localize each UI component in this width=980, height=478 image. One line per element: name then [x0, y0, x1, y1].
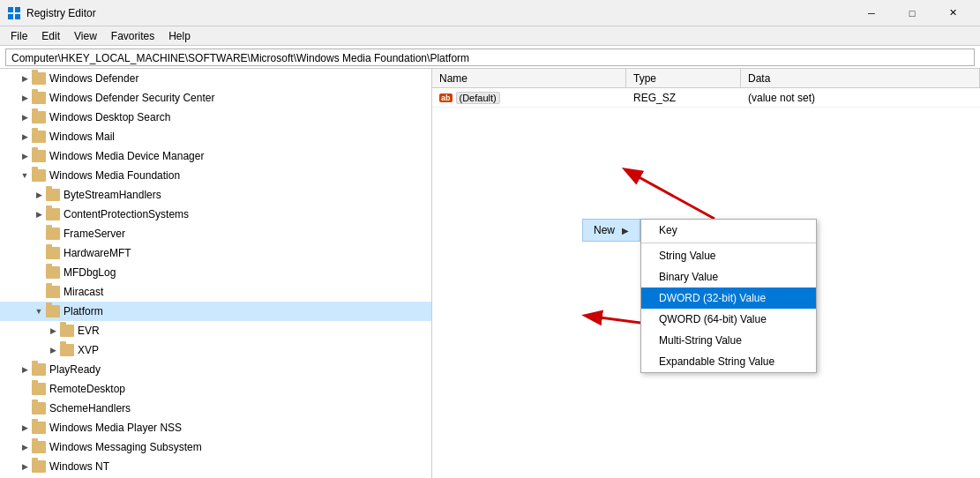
submenu-divider [641, 243, 816, 243]
svg-rect-3 [15, 14, 20, 19]
address-input[interactable]: Computer\HKEY_LOCAL_MACHINE\SOFTWARE\Mic… [5, 49, 975, 66]
maximize-button[interactable]: □ [892, 0, 932, 26]
menu-edit[interactable]: Edit [34, 28, 67, 44]
expand-arrow: ▶ [18, 362, 32, 377]
svg-rect-2 [8, 14, 13, 19]
menu-favorites[interactable]: Favorites [104, 28, 161, 44]
tree-label: RemoteDesktop [49, 383, 125, 395]
folder-icon [32, 131, 46, 143]
tree-item-playready[interactable]: ▶ PlayReady [0, 360, 431, 379]
tree-item-wmplayer-nss[interactable]: ▶ Windows Media Player NSS [0, 418, 431, 437]
tree-item-bytestream[interactable]: ▶ ByteStreamHandlers [0, 185, 431, 205]
new-submenu: Key String Value Binary Value DWORD (32-… [640, 219, 817, 373]
folder-icon [46, 189, 60, 201]
svg-rect-1 [15, 7, 20, 12]
column-headers: Name Type Data [432, 69, 980, 88]
folder-icon [60, 344, 74, 356]
registry-row-default[interactable]: ab (Default) REG_SZ (value not set) [432, 88, 980, 108]
tree-item-windows-media-device-manager[interactable]: ▶ Windows Media Device Manager [0, 146, 431, 166]
col-header-data: Data [741, 69, 980, 87]
reg-cell-name: ab (Default) [432, 92, 626, 104]
expand-arrow: ▶ [32, 188, 46, 202]
expand-arrow: ▼ [32, 304, 46, 318]
tree-label: EVR [78, 325, 100, 337]
tree-label: SchemeHandlers [49, 402, 131, 415]
tree-item-platform[interactable]: ▼ Platform [0, 302, 431, 321]
folder-icon [32, 92, 46, 104]
expand-arrow: ▶ [18, 71, 32, 86]
folder-icon [32, 460, 46, 473]
tree-item-evr[interactable]: ▶ EVR [0, 321, 431, 340]
close-button[interactable]: ✕ [932, 0, 973, 26]
expand-arrow: ▶ [18, 91, 32, 105]
folder-icon [46, 228, 60, 240]
tree-item-hardwaremft[interactable]: ▶ HardwareMFT [0, 243, 431, 263]
new-menu-button[interactable]: New ▶ [582, 219, 640, 242]
tree-item-windows-defender[interactable]: ▶ Windows Defender [0, 69, 431, 88]
tree-label: Windows Media Device Manager [49, 150, 204, 162]
submenu-item-multi-string[interactable]: Multi-String Value [641, 330, 816, 351]
tree-label: Windows Media Player NSS [49, 422, 182, 434]
folder-icon [32, 150, 46, 162]
tree-label: Windows Media Foundation [49, 169, 180, 182]
expand-arrow: ▶ [46, 343, 60, 357]
expand-arrow: ▶ [46, 324, 60, 338]
window-controls: ─ □ ✕ [851, 0, 973, 26]
tree-label: Platform [64, 305, 103, 317]
tree-label: Windows Desktop Search [49, 111, 170, 123]
tree-item-remotedesktop[interactable]: ▶ RemoteDesktop [0, 379, 431, 399]
folder-icon [46, 286, 60, 298]
expand-arrow: ▶ [18, 149, 32, 163]
expand-arrow: ▶ [18, 440, 32, 454]
folder-icon [46, 305, 60, 317]
tree-panel: ▶ Windows Defender ▶ Windows Defender Se… [0, 69, 432, 478]
tree-label: FrameServer [64, 228, 125, 240]
folder-icon [46, 266, 60, 279]
tree-item-content-protection[interactable]: ▶ ContentProtectionSystems [0, 205, 431, 224]
folder-icon [60, 325, 74, 337]
new-label: New [594, 224, 615, 236]
tree-item-windows-nt[interactable]: ▶ Windows NT [0, 457, 431, 476]
folder-icon [46, 247, 60, 259]
submenu-item-string-value[interactable]: String Value [641, 245, 816, 266]
app-icon [7, 6, 21, 20]
submenu-item-qword-value[interactable]: QWORD (64-bit) Value [641, 309, 816, 330]
tree-label: Windows Mail [49, 131, 115, 143]
menu-help[interactable]: Help [161, 28, 198, 44]
tree-label: HardwareMFT [64, 247, 131, 259]
expand-arrow: ▼ [18, 168, 32, 183]
tree-item-windows-defender-security[interactable]: ▶ Windows Defender Security Center [0, 88, 431, 108]
tree-item-windows-desktop-search[interactable]: ▶ Windows Desktop Search [0, 108, 431, 127]
reg-cell-data: (value not set) [741, 92, 980, 104]
expand-arrow: ▶ [32, 207, 46, 221]
ab-icon: ab [439, 93, 453, 102]
submenu-item-expandable-string[interactable]: Expandable String Value [641, 351, 816, 372]
menu-bar: File Edit View Favorites Help [0, 26, 980, 46]
menu-view[interactable]: View [67, 28, 104, 44]
tree-item-mfdbglog[interactable]: ▶ MFDbgLog [0, 263, 431, 282]
tree-item-schemehandlers[interactable]: ▶ SchemeHandlers [0, 399, 431, 418]
expand-arrow: ▶ [18, 421, 32, 435]
minimize-button[interactable]: ─ [851, 0, 892, 26]
expand-arrow: ▶ [18, 130, 32, 144]
folder-icon [32, 422, 46, 434]
menu-file[interactable]: File [4, 28, 34, 44]
folder-icon [32, 383, 46, 395]
tree-item-windows-mail[interactable]: ▶ Windows Mail [0, 127, 431, 146]
tree-item-xvp[interactable]: ▶ XVP [0, 340, 431, 360]
tree-label: Windows Defender [49, 72, 138, 85]
address-bar: Computer\HKEY_LOCAL_MACHINE\SOFTWARE\Mic… [0, 46, 980, 69]
tree-item-frameserver[interactable]: ▶ FrameServer [0, 224, 431, 243]
tree-item-windows-messaging[interactable]: ▶ Windows Messaging Subsystem [0, 437, 431, 457]
submenu-item-key[interactable]: Key [641, 220, 816, 241]
context-menu-area: New ▶ Key String Value Binary Value DWOR… [582, 219, 817, 373]
col-header-type: Type [626, 69, 741, 87]
tree-label: ContentProtectionSystems [64, 208, 189, 220]
submenu-item-binary-value[interactable]: Binary Value [641, 266, 816, 288]
submenu-item-dword-value[interactable]: DWORD (32-bit) Value [641, 288, 816, 309]
tree-item-miracast[interactable]: ▶ Miracast [0, 282, 431, 302]
tree-item-windows-media-foundation[interactable]: ▼ Windows Media Foundation [0, 166, 431, 185]
tree-label: Windows NT [49, 460, 109, 473]
svg-rect-0 [8, 7, 13, 12]
tree-label: XVP [78, 344, 99, 356]
